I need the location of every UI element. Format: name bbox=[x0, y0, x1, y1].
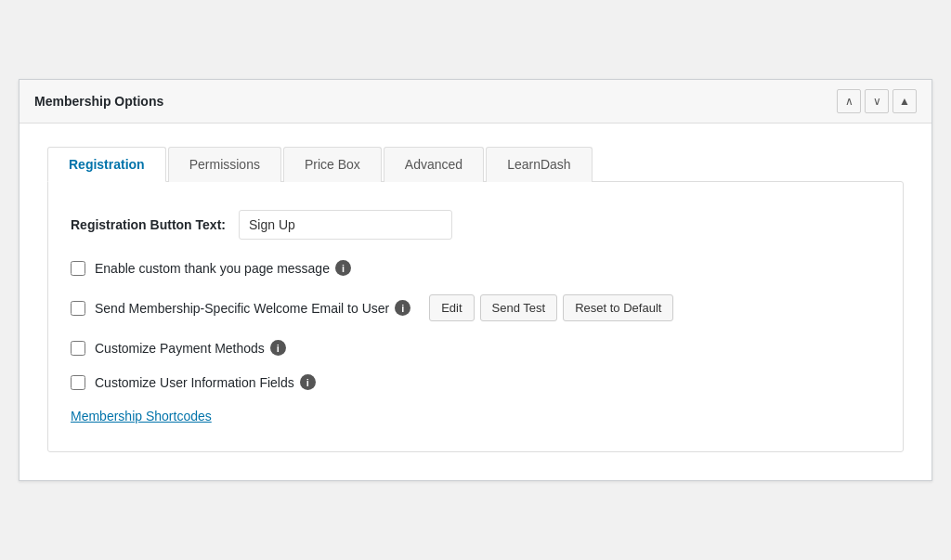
membership-shortcodes-link[interactable]: Membership Shortcodes bbox=[71, 409, 212, 423]
welcome-email-actions: Edit Send Test Reset to Default bbox=[429, 294, 673, 321]
registration-button-text-input[interactable] bbox=[239, 210, 452, 240]
custom-thankyou-checkbox[interactable] bbox=[71, 261, 85, 276]
payment-methods-label: Customize Payment Methods i bbox=[95, 340, 286, 356]
payment-methods-info-icon[interactable]: i bbox=[270, 340, 286, 356]
welcome-email-checkbox[interactable] bbox=[71, 301, 85, 316]
custom-thankyou-label: Enable custom thank you page message i bbox=[95, 260, 351, 276]
registration-button-text-row: Registration Button Text: bbox=[71, 210, 880, 240]
custom-thankyou-info-icon[interactable]: i bbox=[335, 260, 351, 276]
widget-collapse-button[interactable]: ▲ bbox=[892, 89, 917, 113]
tab-bar: Registration Permissions Price Box Advan… bbox=[47, 146, 904, 181]
widget-up-button[interactable]: ∧ bbox=[837, 89, 861, 113]
custom-thankyou-row: Enable custom thank you page message i bbox=[71, 260, 880, 276]
payment-methods-checkbox[interactable] bbox=[71, 341, 85, 356]
tab-content-registration: Registration Button Text: Enable custom … bbox=[47, 181, 904, 452]
widget-controls: ∧ ∨ ▲ bbox=[837, 89, 917, 113]
widget-down-button[interactable]: ∨ bbox=[865, 89, 889, 113]
welcome-email-label: Send Membership-Specific Welcome Email t… bbox=[95, 300, 410, 316]
tab-price-box[interactable]: Price Box bbox=[283, 147, 382, 182]
user-info-info-icon[interactable]: i bbox=[300, 374, 316, 390]
widget-title: Membership Options bbox=[34, 94, 163, 109]
user-info-row: Customize User Information Fields i bbox=[71, 374, 880, 390]
payment-methods-row: Customize Payment Methods i bbox=[71, 340, 880, 356]
widget-body: Registration Permissions Price Box Advan… bbox=[20, 124, 931, 480]
tab-registration[interactable]: Registration bbox=[47, 147, 166, 182]
tab-advanced[interactable]: Advanced bbox=[384, 147, 484, 182]
registration-button-text-label: Registration Button Text: bbox=[71, 217, 226, 232]
user-info-checkbox[interactable] bbox=[71, 375, 85, 390]
welcome-email-info-icon[interactable]: i bbox=[395, 300, 410, 316]
send-test-button[interactable]: Send Test bbox=[480, 294, 558, 321]
edit-button[interactable]: Edit bbox=[429, 294, 474, 321]
reset-to-default-button[interactable]: Reset to Default bbox=[563, 294, 673, 321]
tab-learndash[interactable]: LearnDash bbox=[486, 147, 593, 182]
welcome-email-row: Send Membership-Specific Welcome Email t… bbox=[71, 294, 880, 321]
widget-container: Membership Options ∧ ∨ ▲ Registration Pe… bbox=[19, 79, 932, 481]
user-info-label: Customize User Information Fields i bbox=[95, 374, 316, 390]
tab-permissions[interactable]: Permissions bbox=[168, 147, 281, 182]
shortcodes-link-row: Membership Shortcodes bbox=[71, 409, 880, 423]
widget-header: Membership Options ∧ ∨ ▲ bbox=[20, 80, 931, 124]
